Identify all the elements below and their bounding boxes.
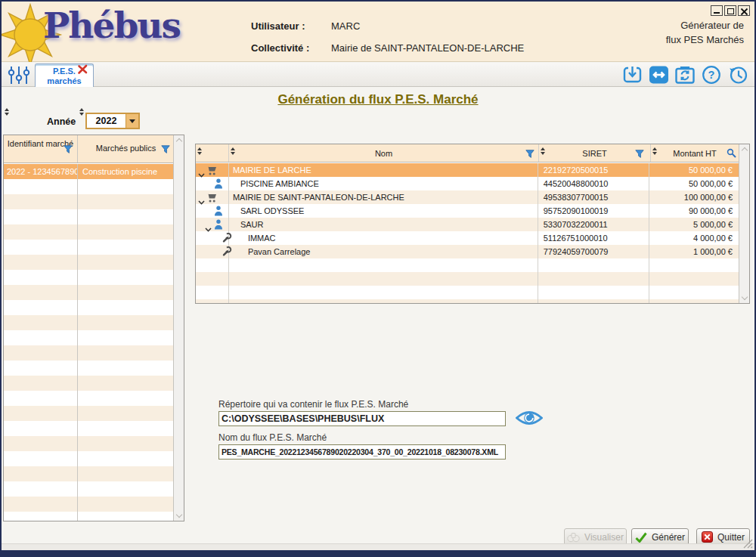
left-table-row[interactable]: 2022 - 1234567890Construction piscine [4, 164, 173, 179]
maximize-button[interactable] [724, 5, 736, 16]
sliders-icon[interactable] [6, 65, 32, 85]
siret-cell: 22192720500015 [538, 163, 650, 177]
filter-icon[interactable] [525, 150, 534, 158]
resize-grip[interactable] [743, 539, 753, 549]
sort-icon[interactable] [541, 147, 546, 155]
left-table-empty-row [4, 481, 173, 497]
left-table-empty-row [4, 436, 173, 451]
directory-input[interactable] [218, 411, 506, 426]
marche-label-cell [78, 466, 172, 481]
scroll-down-icon[interactable] [175, 512, 181, 518]
nom-cell: PISCINE AMBIANCE [229, 177, 538, 190]
marche-label-cell [78, 300, 172, 315]
tree-table-row[interactable]: SAUR533070322000115 000,00 € [196, 218, 739, 231]
left-table-empty-row [4, 240, 173, 255]
history-icon[interactable] [727, 65, 748, 85]
siret-cell: 77924059700079 [538, 245, 650, 258]
marche-label-cell [78, 345, 172, 361]
eye-icon[interactable] [514, 406, 544, 430]
left-table-empty-row [4, 179, 173, 194]
filter-icon[interactable] [635, 150, 644, 158]
marche-label-cell [78, 209, 172, 224]
marche-label-cell [78, 406, 172, 421]
year-label: Année [47, 116, 76, 127]
app-window: Phébus Utilisateur : MARC Collectivité :… [0, 0, 756, 557]
sort-icon[interactable] [231, 147, 236, 155]
check-icon [635, 532, 647, 543]
scroll-up-icon[interactable] [741, 147, 747, 153]
marche-label-cell [78, 436, 172, 451]
nom-cell [229, 299, 538, 303]
column-header-nom[interactable]: Nom [375, 149, 392, 158]
close-button[interactable] [738, 5, 750, 16]
left-table-empty-row [4, 330, 173, 345]
column-header-marches-publics[interactable]: Marchés publics [96, 144, 156, 153]
marche-id-cell [4, 406, 78, 421]
sort-icon[interactable] [79, 108, 85, 116]
siret-cell [538, 258, 650, 272]
minimize-button[interactable] [711, 5, 723, 16]
marche-label-cell [78, 481, 172, 497]
sort-icon[interactable] [5, 108, 10, 116]
tree-table-body: MAIRIE DE LARCHE2219272050001550 000,00 … [196, 163, 739, 303]
help-icon[interactable]: ? [701, 65, 722, 85]
montant-cell [649, 299, 739, 303]
left-table-scrollbar[interactable] [173, 135, 184, 521]
sync-camera-icon[interactable] [674, 65, 696, 85]
tree-cell [196, 204, 229, 218]
left-table-empty-row [4, 345, 173, 361]
column-header-siret[interactable]: SIRET [582, 149, 606, 158]
siret-cell: 53307032200011 [538, 218, 650, 231]
montant-cell: 50 000,00 € [649, 177, 739, 190]
search-icon[interactable] [727, 148, 736, 158]
left-table-empty-row [4, 315, 173, 330]
marche-label-cell [78, 179, 172, 194]
tree-table-row[interactable]: Pavan Carrelage779240597000791 000,00 € [196, 245, 739, 258]
tree-table-row[interactable]: MAIRIE DE LARCHE2219272050001550 000,00 … [196, 163, 739, 177]
download-icon[interactable] [621, 65, 643, 85]
scroll-down-icon[interactable] [741, 294, 747, 300]
nom-cell [229, 272, 538, 286]
marche-id-cell [4, 285, 78, 300]
marche-label-cell [78, 330, 172, 345]
left-table-empty-row [4, 255, 173, 270]
siret-cell [538, 286, 650, 299]
remote-access-icon[interactable] [648, 65, 669, 85]
nom-cell: SARL ODYSSEE [229, 204, 538, 218]
user-value: MARC [331, 20, 360, 32]
tree-table-row[interactable]: IMMAC511267510000104 000,00 € [196, 231, 739, 245]
tab-close-icon[interactable] [77, 63, 88, 75]
marche-label-cell [78, 512, 172, 521]
tree-cell [196, 231, 229, 245]
column-header-montant[interactable]: Montant HT [673, 149, 716, 158]
sort-icon[interactable] [652, 147, 658, 155]
binoculars-icon [567, 532, 580, 543]
left-table-body: 2022 - 1234567890Construction piscine [4, 164, 173, 521]
chevron-down-icon[interactable] [125, 114, 138, 128]
marche-id-cell [4, 179, 78, 194]
marche-id-cell: 2022 - 1234567890 [4, 164, 78, 179]
bottom-border-bar [2, 550, 754, 555]
tree-table-row[interactable]: PISCINE AMBIANCE4452004880001050 000,00 … [196, 177, 739, 190]
marche-label-cell [78, 497, 172, 512]
close-icon [740, 8, 748, 16]
sort-icon[interactable] [197, 147, 203, 155]
marche-id-cell [4, 345, 78, 361]
marche-label-cell [78, 224, 172, 240]
tree-table-row[interactable]: SARL ODYSSEE9575209010001990 000,00 € [196, 204, 739, 218]
montant-cell: 50 000,00 € [649, 163, 739, 177]
filter-icon[interactable] [64, 145, 73, 153]
tree-cell [196, 258, 229, 272]
nom-cell: SAUR [229, 218, 538, 231]
tree-table-scrollbar[interactable] [739, 144, 749, 303]
year-select[interactable]: 2022 [85, 113, 140, 129]
marche-id-cell [4, 255, 78, 270]
filename-input[interactable] [218, 444, 506, 460]
filter-icon[interactable] [161, 145, 170, 153]
tree-table-row[interactable]: MAIRIE DE SAINT-PANTALEON-DE-LARCHE49538… [196, 190, 739, 204]
marche-label-cell [78, 391, 172, 406]
marche-id-cell [4, 421, 78, 436]
tree-cell [196, 190, 229, 204]
montant-cell: 1 000,00 € [649, 245, 739, 258]
scroll-up-icon[interactable] [175, 138, 181, 144]
